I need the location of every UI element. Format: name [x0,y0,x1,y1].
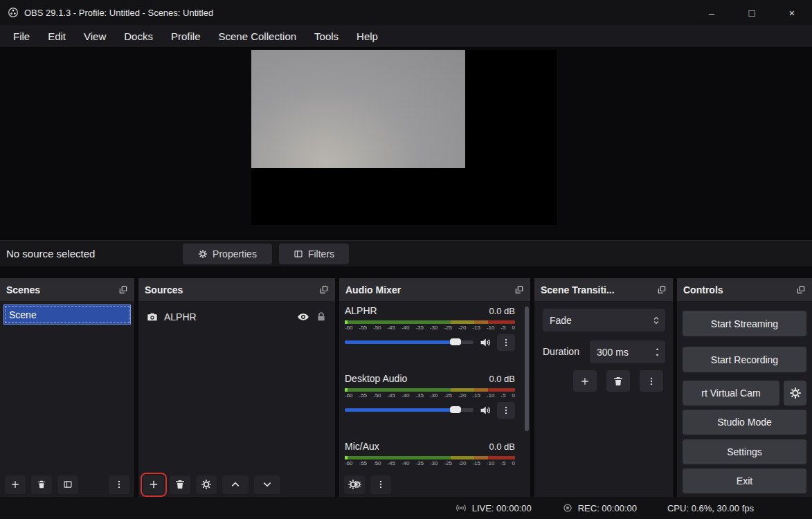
channel-level: 0.0 dB [489,441,515,452]
visibility-eye-icon[interactable] [297,311,309,323]
db-scale: -60-55-50-45-40-35-30-25-20-15-10-50 [345,325,515,331]
menu-help[interactable]: Help [348,25,387,47]
menu-tools[interactable]: Tools [305,25,348,47]
slider-fill [345,340,455,344]
menu-scene-collection[interactable]: Scene Collection [210,25,306,47]
source-status-bar: No source selected Properties Filters [0,240,812,266]
scene-list-item[interactable]: Scene [3,304,131,325]
spinbox-arrows-icon[interactable] [653,347,661,358]
add-source-button[interactable] [143,475,164,494]
slider-fill [345,408,455,412]
db-tick: -20 [458,393,467,399]
studio-mode-button[interactable]: Studio Mode [683,410,806,435]
mixer-popout-button[interactable] [514,285,524,295]
slider-handle[interactable] [450,406,461,413]
start-virtual-cam-button[interactable]: rt Virtual Cam [683,381,779,406]
volume-meter [345,388,515,392]
transition-options-button[interactable] [640,370,663,392]
volume-slider[interactable] [345,408,473,412]
db-tick: -45 [387,325,395,331]
slider-handle[interactable] [450,338,461,345]
mixer-header: Audio Mixer [339,278,530,301]
db-tick: -10 [487,325,495,331]
scenes-title: Scenes [6,284,118,295]
docks-area: Scenes Scene Sources [0,278,812,497]
channel-options-button[interactable] [497,402,515,419]
menu-docks[interactable]: Docks [115,25,162,47]
channel-name: Mic/Aux [345,441,489,452]
maximize-button[interactable]: □ [732,0,772,25]
db-tick: -5 [500,393,505,399]
db-tick: -30 [430,461,438,467]
add-transition-button[interactable] [573,370,597,392]
menu-edit[interactable]: Edit [39,25,75,47]
scene-filters-button[interactable] [57,475,78,494]
db-tick: -50 [373,461,381,467]
db-tick: -60 [345,461,353,467]
speaker-mute-icon[interactable] [479,404,491,417]
menu-profile[interactable]: Profile [162,25,210,47]
close-button[interactable]: × [772,0,812,25]
start-streaming-button[interactable]: Start Streaming [683,311,806,336]
move-source-up-button[interactable] [222,475,249,494]
sources-header: Sources [138,278,335,301]
menubar: File Edit View Docks Profile Scene Colle… [0,25,812,47]
db-tick: -15 [472,461,480,467]
db-tick: -5 [500,461,505,467]
source-properties-button[interactable] [196,475,217,494]
mixer-options-button[interactable] [370,475,391,494]
virtual-cam-settings-button[interactable] [784,381,806,406]
lock-icon[interactable] [316,311,327,322]
db-tick: -55 [359,325,367,331]
db-tick: -25 [444,325,452,331]
controls-panel: Controls Start Streaming Start Recording… [677,278,812,497]
scenes-popout-button[interactable] [118,285,128,295]
add-scene-button[interactable] [5,475,26,494]
program-canvas[interactable] [251,50,557,225]
exit-button[interactable]: Exit [683,468,806,493]
remove-scene-button[interactable] [31,475,52,494]
db-tick: -15 [472,393,480,399]
sources-list: ALPHR [138,301,335,497]
remove-source-button[interactable] [170,475,190,494]
sources-popout-button[interactable] [319,285,329,295]
window-title: OBS 29.1.3 - Profile: Untitled - Scenes:… [24,8,213,18]
move-source-down-button[interactable] [254,475,280,494]
window-controls: – □ × [692,0,812,25]
menu-file[interactable]: File [4,25,39,47]
preview-area[interactable] [0,47,812,240]
transitions-popout-button[interactable] [657,285,667,295]
live-status: LIVE: 00:00:00 [455,502,532,514]
transition-select[interactable]: Fade [543,309,665,331]
channel-name: ALPHR [345,305,489,316]
volume-meter [345,456,515,459]
menu-view[interactable]: View [75,25,115,47]
speaker-mute-icon[interactable] [479,336,491,349]
volume-slider[interactable] [345,340,473,344]
minimize-button[interactable]: – [692,0,732,25]
mixer-scrollbar[interactable] [525,307,529,431]
cpu-fps-text: CPU: 0.6%, 30.00 fps [667,503,754,513]
db-tick: -60 [345,325,353,331]
channel-options-button[interactable] [497,334,515,351]
filters-button[interactable]: Filters [279,244,349,264]
properties-button[interactable]: Properties [183,244,272,264]
db-tick: -5 [500,325,505,331]
mixer-toolbar [339,472,530,497]
camera-preview[interactable] [251,50,465,168]
start-recording-button[interactable]: Start Recording [683,347,806,372]
db-tick: -10 [487,461,495,467]
source-label: ALPHR [164,311,291,322]
record-icon [562,502,573,513]
duration-spinbox[interactable]: 300 ms [590,340,665,363]
controls-popout-button[interactable] [796,285,806,295]
settings-button[interactable]: Settings [683,439,806,464]
scenes-options-button[interactable] [109,475,129,494]
remove-transition-button[interactable] [606,370,630,392]
statusbar: LIVE: 00:00:00 REC: 00:00:00 CPU: 0.6%, … [0,497,812,519]
duration-value: 300 ms [597,347,629,358]
titlebar: OBS 29.1.3 - Profile: Untitled - Scenes:… [0,0,812,25]
db-tick: -10 [487,393,495,399]
advanced-audio-button[interactable] [344,475,365,494]
source-list-item[interactable]: ALPHR [143,307,331,327]
